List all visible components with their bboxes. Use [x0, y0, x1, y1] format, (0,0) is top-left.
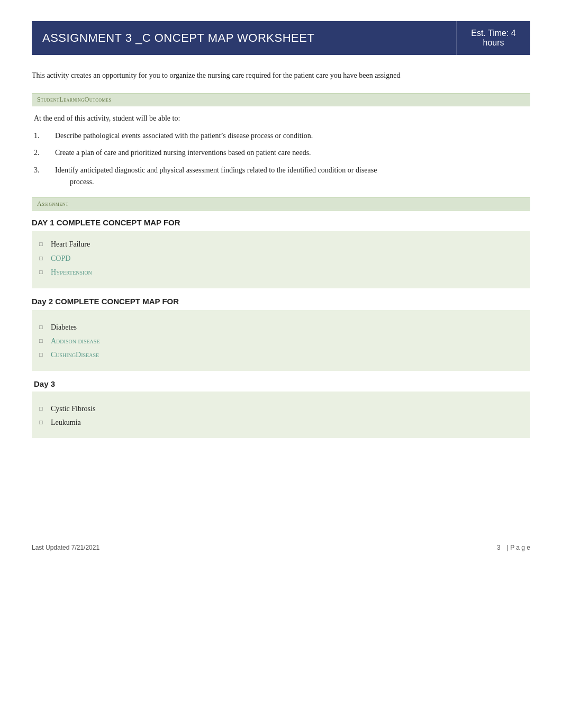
day2-heading: Day 2 COMPLETE CONCEPT MAP FOR	[32, 297, 530, 306]
list-item: □ CushingDisease	[39, 349, 523, 361]
list-num-3: 3.	[34, 165, 55, 176]
day3-heading: Day 3	[32, 379, 530, 388]
list-num-2: 2.	[34, 147, 55, 159]
list-item: □ Addison disease	[39, 335, 523, 347]
intro-text: This activity creates an opportunity for…	[32, 70, 530, 81]
slo-intro-text: At the end of this activity, student wil…	[34, 113, 528, 124]
day1-content: □ Heart Failure □ COPD □ Hypertension	[32, 231, 530, 288]
day2-list: □ Diabetes □ Addison disease □ CushingDi…	[39, 322, 523, 361]
bullet-icon: □	[39, 335, 51, 346]
list-text-1: Describe pathological events associated …	[55, 130, 528, 142]
header-title-area: ASSIGNMENT 3 _C ONCEPT MAP WORKSHEET	[32, 21, 456, 55]
bullet-icon: □	[39, 403, 51, 414]
footer: Last Updated 7/21/2021 3 | P a g e	[32, 544, 530, 551]
day3-block: Day 3 □ Cystic Fibrosis □ Leukumia	[32, 379, 530, 439]
day1-heading: DAY 1 COMPLETE CONCEPT MAP FOR	[32, 218, 530, 227]
day2-item-2: Addison disease	[51, 335, 100, 347]
list-text-3: Identify anticipated diagnostic and phys…	[55, 165, 528, 188]
day3-list: □ Cystic Fibrosis □ Leukumia	[39, 403, 523, 429]
day3-item-2: Leukumia	[51, 417, 81, 429]
list-item: 2. Create a plan of care and prioritized…	[34, 147, 528, 159]
list-item: □ Diabetes	[39, 322, 523, 333]
list-item: □ Cystic Fibrosis	[39, 403, 523, 415]
day2-item-1: Diabetes	[51, 322, 77, 333]
header-bar: ASSIGNMENT 3 _C ONCEPT MAP WORKSHEET Est…	[32, 21, 530, 55]
bullet-icon: □	[39, 267, 51, 277]
est-time: Est. Time: 4 hours	[471, 29, 515, 48]
bullet-icon: □	[39, 239, 51, 249]
list-item: □ Heart Failure	[39, 239, 523, 250]
day1-item-3: Hypertension	[51, 267, 92, 278]
slo-section-body: At the end of this activity, student wil…	[32, 113, 530, 188]
list-item: 1. Describe pathological events associat…	[34, 130, 528, 142]
bullet-icon: □	[39, 349, 51, 360]
day3-content: □ Cystic Fibrosis □ Leukumia	[32, 392, 530, 439]
bullet-icon: □	[39, 322, 51, 332]
day1-item-2: COPD	[51, 253, 70, 265]
day2-block: Day 2 COMPLETE CONCEPT MAP FOR □ Diabete…	[32, 297, 530, 371]
day2-item-3: CushingDisease	[51, 349, 99, 361]
assignment-section-label: Assignment	[32, 197, 530, 211]
bullet-icon: □	[39, 417, 51, 427]
page-title: ASSIGNMENT 3 _C ONCEPT MAP WORKSHEET	[42, 31, 314, 45]
list-num-1: 1.	[34, 130, 55, 142]
slo-list: 1. Describe pathological events associat…	[34, 130, 528, 188]
slo-section-label: StudentLearningOutcomes	[32, 93, 530, 106]
list-text-2: Create a plan of care and prioritized nu…	[55, 147, 528, 159]
list-item: □ Hypertension	[39, 267, 523, 278]
footer-page-number: 3 | P a g e	[497, 544, 530, 551]
day1-block: DAY 1 COMPLETE CONCEPT MAP FOR □ Heart F…	[32, 218, 530, 288]
header-time-area: Est. Time: 4 hours	[456, 21, 530, 55]
list-item: □ COPD	[39, 253, 523, 265]
bullet-icon: □	[39, 253, 51, 263]
footer-last-updated: Last Updated 7/21/2021	[32, 544, 99, 551]
day1-list: □ Heart Failure □ COPD □ Hypertension	[39, 239, 523, 278]
list-item: □ Leukumia	[39, 417, 523, 429]
day1-item-1: Heart Failure	[51, 239, 90, 250]
day3-item-1: Cystic Fibrosis	[51, 403, 95, 415]
day2-content: □ Diabetes □ Addison disease □ CushingDi…	[32, 310, 530, 371]
list-item: 3. Identify anticipated diagnostic and p…	[34, 165, 528, 188]
